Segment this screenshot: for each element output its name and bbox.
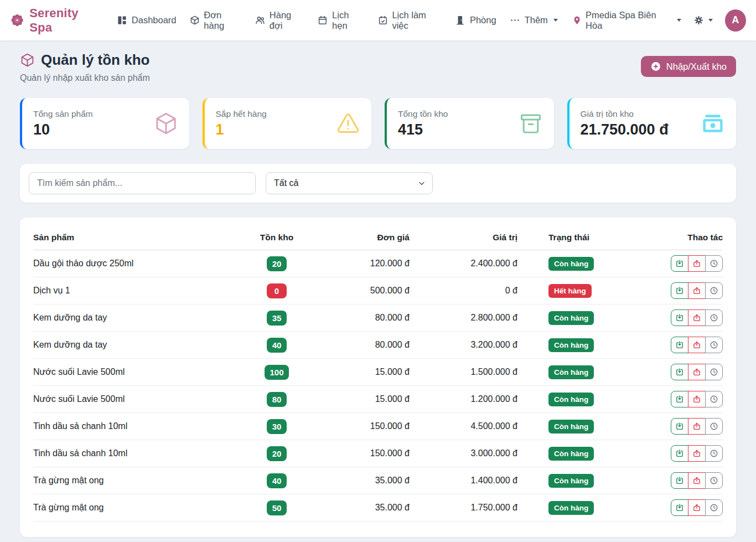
total-value-cell: 1.750.000 đ <box>410 494 517 522</box>
nav-item-orders[interactable]: Đơn hàng <box>190 10 242 31</box>
table-row: Tinh dầu sả chanh 10ml30150.000 đ4.500.0… <box>33 413 723 440</box>
actions-cell <box>642 386 723 413</box>
export-button[interactable] <box>688 391 706 407</box>
product-name-cell: Nước suối Lavie 500ml <box>33 359 238 386</box>
column-header: Tồn kho <box>238 225 315 250</box>
status-cell: Còn hàng <box>517 359 642 386</box>
export-icon <box>692 259 701 268</box>
stock-cell: 100 <box>238 359 315 386</box>
export-icon <box>692 340 701 349</box>
export-button[interactable] <box>688 309 706 326</box>
nav-item-work-schedule[interactable]: Lịch làm việc <box>378 10 442 31</box>
import-icon <box>675 286 684 295</box>
people-icon <box>255 15 265 25</box>
nav-item-label: Dashboard <box>132 15 177 25</box>
location-selector[interactable]: Pmedia Spa Biên Hòa <box>572 10 681 31</box>
export-icon <box>692 422 701 431</box>
unit-price-cell: 80.000 đ <box>315 304 410 332</box>
history-button[interactable] <box>705 499 723 516</box>
stock-badge: 20 <box>267 446 287 461</box>
clock-icon <box>710 476 718 485</box>
total-value-cell: 4.500.000 đ <box>410 413 517 440</box>
export-button[interactable] <box>688 282 706 299</box>
product-name-cell: Tinh dầu sả chanh 10ml <box>33 413 238 440</box>
history-button[interactable] <box>705 309 723 326</box>
stock-cell: 20 <box>238 440 315 467</box>
import-button[interactable] <box>671 337 688 353</box>
import-export-button[interactable]: Nhập/Xuất kho <box>641 56 736 77</box>
import-button[interactable] <box>671 364 688 380</box>
export-button[interactable] <box>688 472 706 489</box>
main-content: Quản lý tồn kho Quản lý nhập xuất kho sả… <box>0 40 756 537</box>
export-button[interactable] <box>688 337 706 353</box>
search-input[interactable] <box>29 172 256 194</box>
clock-icon <box>710 422 718 431</box>
category-select[interactable]: Tất cả <box>266 172 433 194</box>
product-name-cell: Nước suối Lavie 500ml <box>33 386 238 413</box>
category-select-wrap: Tất cả <box>266 172 433 194</box>
stat-label: Giá trị tồn kho <box>581 109 669 119</box>
clock-icon <box>710 395 718 404</box>
top-navbar: Serenity Spa DashboardĐơn hàngHàng đợiLị… <box>0 0 756 40</box>
export-button[interactable] <box>688 445 706 462</box>
status-badge: Còn hàng <box>548 501 594 515</box>
import-button[interactable] <box>671 499 688 516</box>
history-button[interactable] <box>705 391 723 407</box>
import-icon <box>675 395 684 404</box>
status-badge: Còn hàng <box>548 365 594 379</box>
export-icon <box>692 368 701 376</box>
import-button[interactable] <box>671 472 688 489</box>
actions-cell <box>642 304 723 332</box>
import-button[interactable] <box>671 309 688 326</box>
unit-price-cell: 15.000 đ <box>315 359 410 386</box>
import-button[interactable] <box>671 445 688 462</box>
column-header: Giá trị <box>410 225 517 250</box>
clock-icon <box>710 286 718 295</box>
kanban-icon <box>117 15 127 25</box>
import-button[interactable] <box>671 282 688 299</box>
product-name-cell: Trà gừng mật ong <box>33 494 238 522</box>
total-value-cell: 0 đ <box>410 277 517 304</box>
stat-card-low-stock: Sắp hết hàng1 <box>203 98 372 149</box>
import-icon <box>675 340 684 349</box>
import-button[interactable] <box>671 255 688 272</box>
settings-menu[interactable] <box>693 15 713 25</box>
stock-badge: 40 <box>267 473 287 488</box>
avatar[interactable]: A <box>725 9 747 32</box>
status-cell: Còn hàng <box>517 440 642 467</box>
history-button[interactable] <box>705 364 723 380</box>
action-group <box>671 337 723 353</box>
import-button[interactable] <box>671 418 688 435</box>
nav-item-appointments[interactable]: Lịch hẹn <box>318 10 364 31</box>
status-cell: Còn hàng <box>517 494 642 522</box>
stat-value: 1 <box>216 121 267 138</box>
stat-info: Sắp hết hàng1 <box>216 109 267 138</box>
export-button[interactable] <box>688 499 706 516</box>
total-value-cell: 2.400.000 đ <box>410 250 517 277</box>
history-button[interactable] <box>705 472 723 489</box>
status-badge: Còn hàng <box>548 420 594 433</box>
history-button[interactable] <box>705 282 723 299</box>
warning-icon <box>336 111 360 136</box>
nav-item-more[interactable]: Thêm <box>510 15 558 25</box>
history-button[interactable] <box>705 337 723 353</box>
nav-item-rooms[interactable]: Phòng <box>455 15 496 25</box>
export-button[interactable] <box>688 364 706 380</box>
status-badge: Còn hàng <box>548 393 594 406</box>
import-icon <box>675 503 684 512</box>
export-icon <box>692 476 701 485</box>
nav-item-dashboard[interactable]: Dashboard <box>117 15 177 25</box>
history-button[interactable] <box>705 255 723 272</box>
export-button[interactable] <box>688 418 706 435</box>
import-button[interactable] <box>671 391 688 407</box>
history-button[interactable] <box>705 418 723 435</box>
history-button[interactable] <box>705 445 723 462</box>
import-icon <box>675 422 684 431</box>
stat-label: Tổng sản phẩm <box>33 109 93 119</box>
export-button[interactable] <box>688 255 706 272</box>
brand[interactable]: Serenity Spa <box>10 6 102 35</box>
nav-item-queue[interactable]: Hàng đợi <box>255 10 304 31</box>
inventory-table-card: Sản phẩmTồn khoĐơn giáGiá trịTrạng tháiT… <box>20 218 736 537</box>
action-group <box>671 282 723 299</box>
clock-icon <box>710 259 718 268</box>
